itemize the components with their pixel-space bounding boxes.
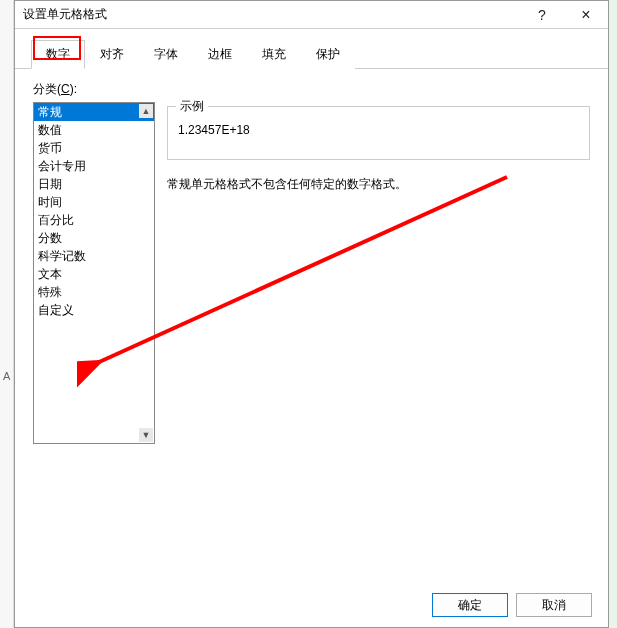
background-sheet-right: [609, 0, 617, 628]
tab-number[interactable]: 数字: [31, 40, 85, 69]
list-item[interactable]: 特殊: [34, 283, 154, 301]
sample-value: 1.23457E+18: [178, 123, 579, 137]
tab-font[interactable]: 字体: [139, 40, 193, 69]
format-description: 常规单元格格式不包含任何特定的数字格式。: [167, 176, 590, 193]
dialog-body: 分类(C): ▲ 常规 数值 货币 会计专用 日期 时间 百分比 分数 科学记数…: [15, 69, 608, 609]
category-list-inner: 常规 数值 货币 会计专用 日期 时间 百分比 分数 科学记数 文本 特殊 自定…: [34, 103, 154, 319]
sample-label: 示例: [176, 98, 208, 115]
list-item[interactable]: 百分比: [34, 211, 154, 229]
list-item[interactable]: 科学记数: [34, 247, 154, 265]
category-listbox[interactable]: ▲ 常规 数值 货币 会计专用 日期 时间 百分比 分数 科学记数 文本 特殊 …: [33, 102, 155, 444]
list-item[interactable]: 分数: [34, 229, 154, 247]
col-header-a: A: [3, 370, 10, 382]
list-item[interactable]: 会计专用: [34, 157, 154, 175]
list-item[interactable]: 数值: [34, 121, 154, 139]
background-sheet-left: A: [0, 0, 14, 628]
tab-fill[interactable]: 填充: [247, 40, 301, 69]
scroll-up-icon[interactable]: ▲: [139, 104, 153, 118]
scroll-down-icon[interactable]: ▼: [139, 428, 153, 442]
titlebar: 设置单元格格式 ? ×: [15, 1, 608, 29]
tab-alignment[interactable]: 对齐: [85, 40, 139, 69]
dialog-footer: 确定 取消: [432, 593, 592, 617]
ok-button[interactable]: 确定: [432, 593, 508, 617]
list-item[interactable]: 常规: [34, 103, 154, 121]
list-item[interactable]: 货币: [34, 139, 154, 157]
right-pane: 示例 1.23457E+18 常规单元格格式不包含任何特定的数字格式。: [167, 102, 590, 444]
format-cells-dialog: 设置单元格格式 ? × 数字 对齐 字体 边框 填充 保护 分类(C): ▲ 常…: [14, 0, 609, 628]
help-button[interactable]: ?: [520, 1, 564, 29]
tab-protection[interactable]: 保护: [301, 40, 355, 69]
tab-border[interactable]: 边框: [193, 40, 247, 69]
list-item[interactable]: 文本: [34, 265, 154, 283]
cancel-button[interactable]: 取消: [516, 593, 592, 617]
list-item[interactable]: 日期: [34, 175, 154, 193]
list-item[interactable]: 时间: [34, 193, 154, 211]
dialog-title: 设置单元格格式: [23, 6, 520, 23]
list-item[interactable]: 自定义: [34, 301, 154, 319]
close-button[interactable]: ×: [564, 1, 608, 29]
tabstrip: 数字 对齐 字体 边框 填充 保护: [15, 29, 608, 69]
sample-box: 示例 1.23457E+18: [167, 106, 590, 160]
category-label: 分类(C):: [33, 81, 590, 98]
